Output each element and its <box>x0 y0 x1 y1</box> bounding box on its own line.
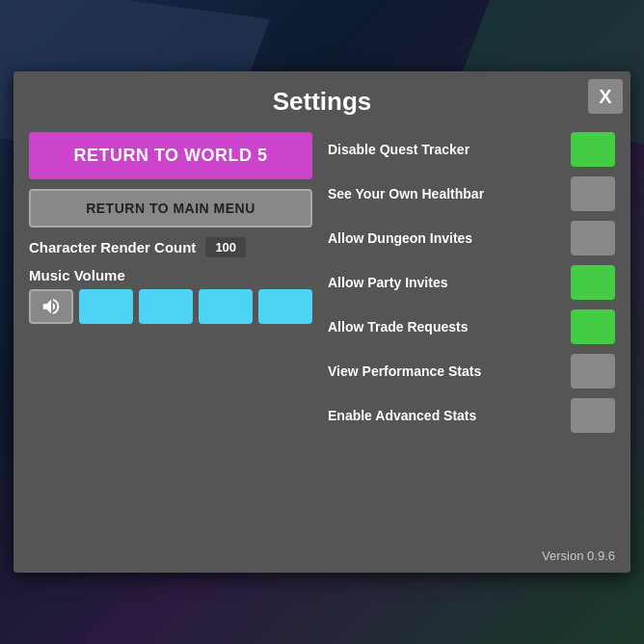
setting-row-allow-trade-requests: Allow Trade Requests <box>328 309 615 344</box>
modal-body: RETURN TO WORLD 5 RETURN TO MAIN MENU Ch… <box>13 132 631 448</box>
setting-label-allow-dungeon-invites: Allow Dungeon Invites <box>328 230 472 246</box>
close-button[interactable]: X <box>588 79 623 114</box>
setting-label-allow-trade-requests: Allow Trade Requests <box>328 319 468 335</box>
setting-label-enable-advanced-stats: Enable Advanced Stats <box>328 408 476 423</box>
right-panel: Disable Quest Tracker See Your Own Healt… <box>328 132 615 433</box>
setting-row-allow-dungeon-invites: Allow Dungeon Invites <box>328 221 615 255</box>
setting-label-disable-quest-tracker: Disable Quest Tracker <box>328 142 470 157</box>
volume-bar-2[interactable] <box>139 289 193 324</box>
volume-bar-1[interactable] <box>79 289 133 324</box>
modal-overlay: Settings X RETURN TO WORLD 5 RETURN TO M… <box>0 0 644 644</box>
version-text: Version 0.9.6 <box>542 549 615 563</box>
music-volume-section: Music Volume <box>29 267 312 324</box>
volume-bar-4[interactable] <box>258 289 312 324</box>
toggle-allow-dungeon-invites[interactable] <box>571 221 615 255</box>
volume-row <box>29 289 312 324</box>
volume-bar-3[interactable] <box>199 289 253 324</box>
speaker-icon <box>40 296 62 317</box>
left-panel: RETURN TO WORLD 5 RETURN TO MAIN MENU Ch… <box>29 132 328 433</box>
setting-row-enable-advanced-stats: Enable Advanced Stats <box>328 398 615 433</box>
modal-title: Settings <box>273 87 372 117</box>
return-to-world-button[interactable]: RETURN TO WORLD 5 <box>29 132 312 179</box>
return-to-main-menu-button[interactable]: RETURN TO MAIN MENU <box>29 189 312 228</box>
toggle-allow-trade-requests[interactable] <box>571 309 615 344</box>
setting-label-see-own-healthbar: See Your Own Healthbar <box>328 186 484 201</box>
toggle-enable-advanced-stats[interactable] <box>571 398 615 433</box>
setting-row-allow-party-invites: Allow Party Invites <box>328 265 615 300</box>
render-count-label: Character Render Count <box>29 239 196 255</box>
toggle-allow-party-invites[interactable] <box>571 265 615 300</box>
music-volume-label: Music Volume <box>29 267 312 283</box>
modal-header: Settings X <box>13 71 631 132</box>
render-count-value: 100 <box>205 237 246 257</box>
toggle-see-own-healthbar[interactable] <box>571 176 615 211</box>
setting-row-view-performance-stats: View Performance Stats <box>328 354 615 389</box>
setting-row-disable-quest-tracker: Disable Quest Tracker <box>328 132 615 167</box>
settings-modal: Settings X RETURN TO WORLD 5 RETURN TO M… <box>13 71 631 573</box>
toggle-view-performance-stats[interactable] <box>571 354 615 389</box>
setting-row-see-own-healthbar: See Your Own Healthbar <box>328 176 615 211</box>
setting-label-view-performance-stats: View Performance Stats <box>328 363 481 379</box>
volume-icon-button[interactable] <box>29 289 73 324</box>
render-count-row: Character Render Count 100 <box>29 237 312 257</box>
setting-label-allow-party-invites: Allow Party Invites <box>328 275 447 290</box>
toggle-disable-quest-tracker[interactable] <box>571 132 615 167</box>
